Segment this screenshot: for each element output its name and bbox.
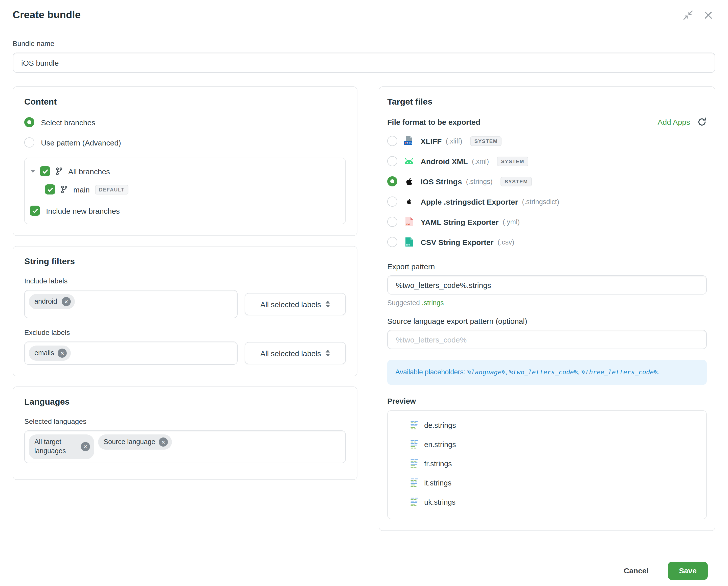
file-format-list: X LIFF XLIFF (.xliff) SYSTEM <box>387 131 707 252</box>
format-option-yaml[interactable]: YML YAML String Exporter (.yml) <box>387 212 707 232</box>
radio-icon-unselected[interactable] <box>387 136 397 146</box>
all-branches-label: All branches <box>68 167 110 176</box>
label-chip: emails ✕ <box>29 346 71 361</box>
system-badge: SYSTEM <box>501 177 532 186</box>
preview-file-name: uk.strings <box>424 498 455 506</box>
git-branch-icon <box>55 167 63 175</box>
radio-icon-unselected[interactable] <box>24 137 34 148</box>
preview-heading: Preview <box>387 397 707 405</box>
close-icon[interactable] <box>703 9 714 21</box>
radio-icon-unselected[interactable] <box>387 217 397 227</box>
bundle-name-label: Bundle name <box>12 39 716 48</box>
remove-chip-icon[interactable]: ✕ <box>58 349 67 358</box>
refresh-icon[interactable] <box>697 117 707 127</box>
format-ext: (.csv) <box>498 238 514 246</box>
chip-label: Source language <box>104 437 155 447</box>
format-option-android-xml[interactable]: Android XML (.xml) SYSTEM <box>387 151 707 171</box>
format-name: YAML String Exporter <box>421 217 499 226</box>
include-labels-label: Include labels <box>24 277 346 285</box>
radio-icon-selected[interactable] <box>24 117 34 127</box>
source-pattern-input[interactable] <box>387 330 707 349</box>
tree-row-main[interactable]: main DEFAULT <box>45 184 338 194</box>
remove-chip-icon[interactable]: ✕ <box>62 297 71 306</box>
chip-label: android <box>34 297 58 306</box>
dropdown-value: All selected labels <box>260 349 321 357</box>
placeholder-code: %language% <box>468 368 506 376</box>
string-filters-heading: String filters <box>24 257 346 267</box>
suggested-strings-link[interactable]: .strings <box>422 299 444 307</box>
cancel-button[interactable]: Cancel <box>624 566 649 575</box>
radio-icon-selected[interactable] <box>387 176 397 186</box>
branches-tree: All branches <box>24 158 346 224</box>
svg-text:csv: csv <box>406 243 410 246</box>
system-badge: SYSTEM <box>497 156 528 166</box>
add-apps-link[interactable]: Add Apps <box>658 118 690 126</box>
export-pattern-input[interactable] <box>387 275 707 294</box>
svg-text:LIFF: LIFF <box>407 141 413 145</box>
dialog-footer: Cancel Save <box>0 555 728 586</box>
radio-icon-unselected[interactable] <box>387 196 397 207</box>
preview-file-name: de.strings <box>424 422 456 430</box>
preview-file-row: fr.strings <box>410 454 706 474</box>
collapse-icon[interactable] <box>682 9 694 21</box>
dropdown-value: All selected labels <box>260 300 321 309</box>
format-ext: (.yml) <box>503 218 520 225</box>
chip-label: emails <box>34 349 54 358</box>
format-option-csv[interactable]: csv CSV String Exporter (.csv) <box>387 232 707 252</box>
caret-down-icon[interactable] <box>30 168 36 174</box>
placeholders-prefix: Available placeholders: <box>395 368 466 376</box>
include-labels-input[interactable]: android ✕ <box>24 290 237 318</box>
system-badge: SYSTEM <box>471 136 502 146</box>
checkbox-main-branch[interactable] <box>45 184 55 194</box>
strings-file-icon <box>410 478 418 488</box>
include-new-branches-row[interactable]: Include new branches <box>30 206 338 216</box>
format-ext: (.strings) <box>466 178 493 185</box>
dialog-title: Create bundle <box>12 9 81 21</box>
target-files-card: Target files File format to be exported … <box>379 86 716 531</box>
include-labels-dropdown[interactable]: All selected labels <box>245 293 346 315</box>
main-branch-label: main <box>73 185 90 194</box>
source-pattern-label: Source language export pattern (optional… <box>387 317 707 325</box>
format-name: iOS Strings <box>421 177 462 186</box>
label-chip: android ✕ <box>29 294 75 309</box>
radio-use-pattern-label: Use pattern (Advanced) <box>41 138 121 147</box>
radio-select-branches[interactable]: Select branches <box>24 117 346 127</box>
exclude-labels-input[interactable]: emails ✕ <box>24 342 237 365</box>
exclude-labels-dropdown[interactable]: All selected labels <box>245 342 346 364</box>
create-bundle-dialog: Create bundle Bundle name <box>0 0 728 586</box>
tree-row-all-branches[interactable]: All branches <box>30 166 338 176</box>
radio-icon-unselected[interactable] <box>387 237 397 247</box>
format-option-stringsdict[interactable]: Apple .stringsdict Exporter (.stringsdic… <box>387 191 707 212</box>
selected-languages-label: Selected languages <box>24 417 346 425</box>
selected-languages-input[interactable]: All target languages ✕ Source language ✕ <box>24 430 346 463</box>
android-icon <box>403 158 415 165</box>
placeholders-list: %language%, %two_letters_code%, %three_l… <box>468 368 659 376</box>
placeholder-code: %two_letters_code% <box>509 368 578 376</box>
format-option-xliff[interactable]: X LIFF XLIFF (.xliff) SYSTEM <box>387 131 707 151</box>
default-badge: DEFAULT <box>95 185 129 194</box>
save-button[interactable]: Save <box>668 561 708 580</box>
format-option-ios-strings[interactable]: iOS Strings (.strings) SYSTEM <box>387 171 707 191</box>
suggested-label: Suggested <box>387 299 420 307</box>
strings-file-icon <box>410 497 418 507</box>
format-ext: (.xliff) <box>446 137 462 145</box>
remove-chip-icon[interactable]: ✕ <box>81 442 90 451</box>
remove-chip-icon[interactable]: ✕ <box>159 438 168 447</box>
checkbox-all-branches[interactable] <box>40 166 50 176</box>
suggested-row: Suggested .strings <box>387 299 707 307</box>
radio-icon-unselected[interactable] <box>387 156 397 166</box>
language-chip: All target languages ✕ <box>29 434 94 459</box>
apple-icon <box>403 177 415 186</box>
radio-use-pattern[interactable]: Use pattern (Advanced) <box>24 137 346 148</box>
bundle-name-input[interactable] <box>12 53 716 73</box>
file-format-label: File format to be exported <box>387 118 480 126</box>
chip-label: All target languages <box>34 437 77 456</box>
placeholder-code: %three_letters_code% <box>581 368 657 376</box>
string-filters-card: String filters Include labels android ✕ … <box>12 246 357 376</box>
strings-file-icon <box>410 421 418 431</box>
preview-file-row: it.strings <box>410 474 706 493</box>
checkbox-include-new-branches[interactable] <box>30 206 40 216</box>
format-name: XLIFF <box>421 137 442 145</box>
preview-file-name: it.strings <box>424 479 451 487</box>
preview-list: de.stringsen.stringsfr.stringsit.strings… <box>387 410 707 520</box>
